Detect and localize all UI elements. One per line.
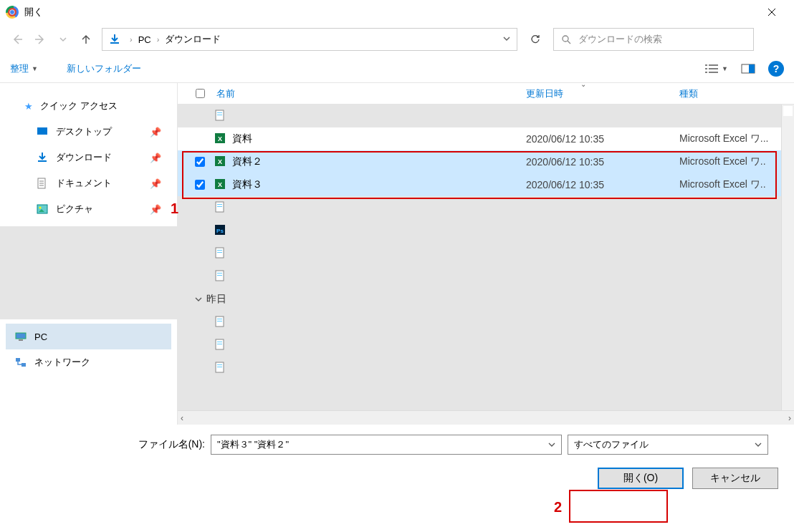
documents-icon (36, 177, 49, 190)
column-date[interactable]: 更新日時 (526, 87, 679, 100)
file-row[interactable] (178, 105, 794, 127)
search-placeholder: ダウンロードの検索 (578, 33, 662, 46)
svg-rect-45 (217, 367, 222, 367)
downloads-folder-icon (108, 33, 121, 46)
svg-rect-35 (217, 273, 222, 274)
svg-rect-28 (217, 206, 222, 207)
file-row[interactable] (178, 196, 794, 219)
file-type-filter[interactable]: すべてのファイル (568, 435, 768, 455)
desktop-icon (36, 125, 49, 138)
recent-button[interactable] (53, 29, 73, 49)
organize-button[interactable]: 整理 ▼ (10, 62, 38, 75)
sidebar-spacer (0, 226, 177, 319)
file-row[interactable]: X資料２2020/06/12 10:35Microsoft Excel ワ.. (178, 150, 794, 173)
row-checkbox[interactable] (195, 157, 205, 167)
main-area: ★ クイック アクセス デスクトップ 📌 ダウンロード 📌 ドキュメント 📌 ピ… (0, 83, 794, 425)
search-icon (561, 34, 571, 44)
preview-pane-icon (741, 63, 755, 74)
preview-pane-button[interactable] (741, 63, 755, 74)
svg-rect-41 (217, 342, 222, 342)
up-button[interactable] (76, 29, 96, 49)
svg-point-12 (39, 207, 42, 209)
file-name: 資料２ (232, 155, 262, 168)
sidebar: ★ クイック アクセス デスクトップ 📌 ダウンロード 📌 ドキュメント 📌 ピ… (0, 83, 178, 425)
pin-icon: 📌 (150, 153, 161, 163)
search-input[interactable]: ダウンロードの検索 (553, 28, 754, 51)
svg-rect-33 (217, 252, 222, 253)
excel-icon: X (214, 132, 226, 147)
breadcrumb-separator: › (127, 35, 135, 44)
horizontal-scrollbar[interactable]: ‹› (178, 410, 794, 425)
chevron-down-icon (755, 441, 762, 448)
file-icon (214, 315, 226, 330)
file-row[interactable] (178, 357, 794, 379)
chrome-icon (6, 6, 19, 19)
svg-rect-15 (16, 358, 20, 362)
file-icon (214, 200, 226, 216)
open-button[interactable]: 開く(O) (598, 468, 684, 489)
column-type[interactable]: 種類 (679, 87, 794, 100)
file-row[interactable] (178, 311, 794, 334)
sidebar-documents[interactable]: ドキュメント 📌 (19, 170, 171, 196)
network-icon (14, 356, 27, 369)
breadcrumb-pc[interactable]: PC (135, 34, 154, 45)
file-icon (214, 361, 226, 376)
sidebar-downloads[interactable]: ダウンロード 📌 (19, 145, 171, 170)
back-button[interactable] (7, 29, 27, 49)
svg-rect-14 (19, 339, 23, 341)
column-name[interactable]: 名前 (211, 87, 526, 100)
arrow-left-icon (11, 34, 23, 45)
breadcrumb-downloads[interactable]: ダウンロード (162, 33, 224, 46)
file-name: 資料 (232, 132, 252, 145)
address-dropdown[interactable] (502, 34, 511, 45)
svg-rect-38 (217, 319, 222, 319)
file-date: 2020/06/12 10:35 (526, 156, 679, 168)
svg-rect-16 (21, 363, 26, 367)
new-folder-button[interactable]: 新しいフォルダー (67, 62, 141, 75)
file-icon (214, 109, 226, 124)
file-type: Microsoft Excel ワ... (679, 132, 794, 145)
group-header[interactable]: 昨日 (178, 288, 794, 311)
sidebar-label: デスクトップ (56, 125, 112, 138)
file-row[interactable] (178, 265, 794, 288)
sidebar-desktop[interactable]: デスクトップ 📌 (19, 119, 171, 145)
sidebar-label: クイック アクセス (40, 100, 118, 112)
file-row[interactable]: X資料３2020/06/12 10:35Microsoft Excel ワ.. (178, 173, 794, 196)
svg-text:Ps: Ps (216, 228, 224, 234)
view-details-button[interactable]: ▼ (704, 63, 728, 74)
forward-button[interactable] (30, 29, 50, 49)
sidebar-pc[interactable]: PC (6, 324, 171, 349)
select-all-checkbox[interactable] (196, 89, 205, 98)
file-row[interactable] (178, 334, 794, 357)
file-row[interactable]: Ps (178, 219, 794, 242)
file-type: Microsoft Excel ワ.. (679, 178, 794, 191)
file-icon (214, 338, 226, 353)
vertical-scrollbar[interactable] (781, 105, 794, 410)
close-button[interactable] (755, 1, 788, 23)
help-button[interactable]: ? (768, 61, 784, 77)
filename-input[interactable]: "資料３" "資料２" (211, 435, 562, 455)
sidebar-label: ダウンロード (56, 151, 112, 164)
row-checkbox[interactable] (195, 180, 205, 190)
svg-rect-9 (37, 127, 47, 135)
file-row[interactable] (178, 242, 794, 265)
toolbar: 整理 ▼ 新しいフォルダー ▼ ? (0, 54, 794, 83)
excel-icon: X (214, 178, 226, 193)
pin-icon: 📌 (150, 127, 161, 137)
refresh-button[interactable] (523, 28, 547, 51)
group-label: 昨日 (206, 293, 226, 306)
sidebar-network[interactable]: ネットワーク (6, 349, 171, 375)
cancel-button[interactable]: キャンセル (692, 468, 778, 489)
chevron-down-icon (59, 36, 67, 43)
pc-icon (14, 330, 27, 343)
svg-rect-11 (37, 205, 47, 213)
star-icon: ★ (24, 101, 33, 112)
svg-rect-19 (217, 115, 222, 115)
address-bar[interactable]: › PC › ダウンロード (102, 28, 517, 51)
close-icon (767, 8, 776, 16)
svg-rect-8 (749, 64, 755, 73)
file-row[interactable]: X資料2020/06/12 10:35Microsoft Excel ワ... (178, 127, 794, 150)
svg-text:X: X (218, 181, 222, 188)
sidebar-quick-access[interactable]: ★ クイック アクセス (19, 93, 171, 119)
sidebar-pictures[interactable]: ピクチャ 📌 (19, 196, 171, 222)
